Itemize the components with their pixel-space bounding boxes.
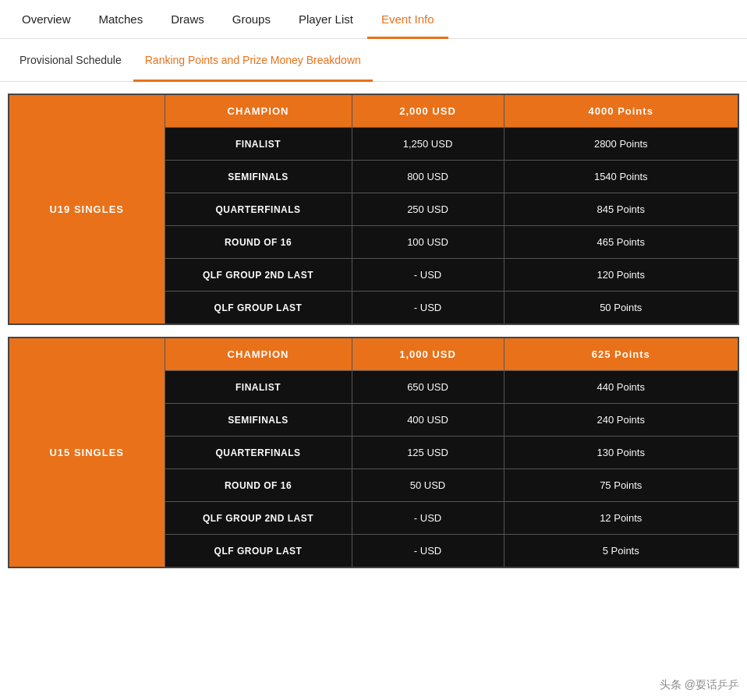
sub-navigation: Provisional ScheduleRanking Points and P… [0,39,747,82]
points-cell: 845 Points [504,193,738,226]
round-cell: ROUND OF 16 [165,469,352,502]
money-cell: 2,000 USD [352,94,504,128]
nav-item-draws[interactable]: Draws [157,0,218,39]
table-row: U15 SINGLESCHAMPION1,000 USD625 Points [9,338,738,371]
round-cell: SEMIFINALS [165,161,352,193]
points-cell: 75 Points [504,469,738,502]
money-cell: 650 USD [352,371,504,404]
points-cell: 4000 Points [504,94,738,128]
category-cell: U19 SINGLES [9,94,165,324]
points-cell: 465 Points [504,226,738,259]
round-cell: SEMIFINALS [165,404,352,437]
round-cell: FINALIST [165,371,352,404]
category-cell: U15 SINGLES [9,338,165,567]
round-cell: CHAMPION [165,94,352,128]
round-cell: QLF GROUP 2ND LAST [165,502,352,535]
round-cell: CHAMPION [165,338,352,371]
watermark: 头条 @耍话乒乒 [660,678,739,692]
points-cell: 625 Points [504,338,738,371]
round-cell: FINALIST [165,128,352,161]
money-cell: 1,250 USD [352,128,504,161]
money-cell: 1,000 USD [352,338,504,371]
round-cell: QLF GROUP LAST [165,292,352,325]
subnav-item-ranking-points-and-prize-money-breakdown[interactable]: Ranking Points and Prize Money Breakdown [133,39,373,82]
points-cell: 1540 Points [504,161,738,193]
points-cell: 12 Points [504,502,738,535]
nav-item-groups[interactable]: Groups [218,0,285,39]
round-cell: ROUND OF 16 [165,226,352,259]
main-content: U19 SINGLESCHAMPION2,000 USD4000 PointsF… [0,82,747,627]
round-cell: QLF GROUP LAST [165,535,352,568]
points-cell: 50 Points [504,292,738,325]
money-cell: 800 USD [352,161,504,193]
subnav-item-provisional-schedule[interactable]: Provisional Schedule [8,39,133,82]
points-cell: 440 Points [504,371,738,404]
round-cell: QUARTERFINALS [165,437,352,469]
points-cell: 240 Points [504,404,738,437]
prize-table-1: U15 SINGLESCHAMPION1,000 USD625 PointsFI… [8,337,739,568]
points-cell: 2800 Points [504,128,738,161]
nav-item-overview[interactable]: Overview [8,0,85,39]
top-navigation: OverviewMatchesDrawsGroupsPlayer ListEve… [0,0,747,39]
money-cell: 50 USD [352,469,504,502]
money-cell: 250 USD [352,193,504,226]
points-cell: 130 Points [504,437,738,469]
money-cell: - USD [352,502,504,535]
money-cell: 400 USD [352,404,504,437]
round-cell: QLF GROUP 2ND LAST [165,259,352,292]
points-cell: 5 Points [504,535,738,568]
nav-item-event-info[interactable]: Event Info [367,0,448,39]
money-cell: - USD [352,259,504,292]
money-cell: 125 USD [352,437,504,469]
money-cell: - USD [352,535,504,568]
nav-item-player-list[interactable]: Player List [285,0,367,39]
round-cell: QUARTERFINALS [165,193,352,226]
points-cell: 120 Points [504,259,738,292]
nav-item-matches[interactable]: Matches [85,0,158,39]
money-cell: 100 USD [352,226,504,259]
table-row: U19 SINGLESCHAMPION2,000 USD4000 Points [9,94,738,128]
money-cell: - USD [352,292,504,325]
prize-table-0: U19 SINGLESCHAMPION2,000 USD4000 PointsF… [8,94,739,325]
